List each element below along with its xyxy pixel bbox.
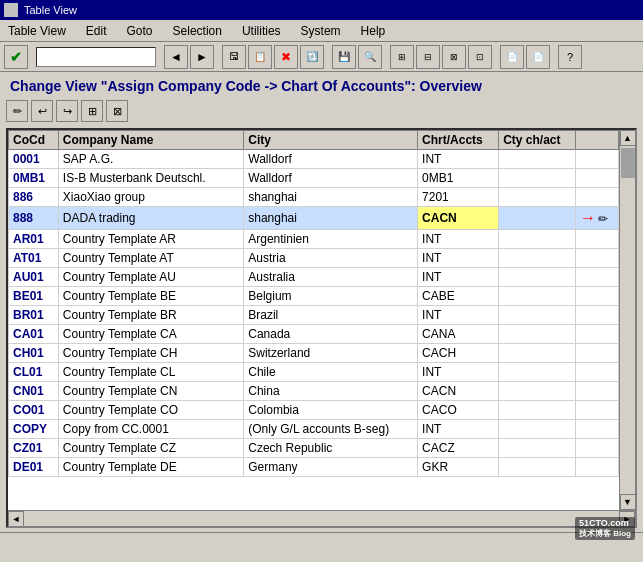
redo-icon: ↪ (63, 105, 72, 118)
title-bar: Table View (0, 0, 643, 20)
menu-system[interactable]: System (297, 22, 345, 40)
btn1[interactable]: 🖫 (222, 45, 246, 69)
cell-chrt: INT (418, 249, 499, 268)
cell-cty (499, 287, 576, 306)
cell-arrow (576, 150, 619, 169)
btn8[interactable]: ⊟ (416, 45, 440, 69)
cell-city: Czech Republic (244, 439, 418, 458)
scroll-down-button[interactable]: ▼ (620, 494, 636, 510)
cell-name: Country Template CO (58, 401, 243, 420)
table-row[interactable]: AT01Country Template ATAustriaINT (9, 249, 619, 268)
table-row[interactable]: 888DADA tradingshanghaiCACN→✏ (9, 207, 619, 230)
pencil-icon: ✏ (13, 105, 22, 118)
nav-forward-button[interactable]: ► (190, 45, 214, 69)
cell-chrt: CABE (418, 287, 499, 306)
cell-cty (499, 363, 576, 382)
table-row[interactable]: AR01Country Template ARArgentinienINT (9, 230, 619, 249)
title-bar-text: Table View (24, 4, 77, 16)
sec-btn5[interactable]: ⊠ (106, 100, 128, 122)
btn6[interactable]: 🔍 (358, 45, 382, 69)
cell-chrt: INT (418, 268, 499, 287)
cell-chrt: CACN (418, 207, 499, 230)
cell-cocd: DE01 (9, 458, 59, 477)
cell-cty (499, 230, 576, 249)
table-row[interactable]: DE01Country Template DEGermanyGKR (9, 458, 619, 477)
cell-arrow (576, 169, 619, 188)
cell-city: Walldorf (244, 150, 418, 169)
cell-city: Austria (244, 249, 418, 268)
table-row[interactable]: AU01Country Template AUAustraliaINT (9, 268, 619, 287)
cell-cty (499, 420, 576, 439)
cell-city: shanghai (244, 188, 418, 207)
sec-btn4[interactable]: ⊞ (81, 100, 103, 122)
scroll-h-track (24, 511, 619, 526)
cell-chrt: INT (418, 230, 499, 249)
menu-utilities[interactable]: Utilities (238, 22, 285, 40)
nav-back-icon: ◄ (170, 50, 182, 64)
page-title: Change View "Assign Company Code -> Char… (0, 72, 643, 98)
table-row[interactable]: CH01Country Template CHSwitzerlandCACH (9, 344, 619, 363)
redo-button[interactable]: ↪ (56, 100, 78, 122)
cell-arrow (576, 268, 619, 287)
table-row[interactable]: 0001SAP A.G.WalldorfINT (9, 150, 619, 169)
cell-city: Switzerland (244, 344, 418, 363)
cell-name: Country Template CL (58, 363, 243, 382)
checkmark-icon: ✔ (10, 49, 22, 65)
btn12[interactable]: 📄 (526, 45, 550, 69)
table-row[interactable]: COPYCopy from CC.0001(Only G/L accounts … (9, 420, 619, 439)
cell-city: Canada (244, 325, 418, 344)
help-button[interactable]: ? (558, 45, 582, 69)
col-header-name: Company Name (58, 131, 243, 150)
cell-name: Copy from CC.0001 (58, 420, 243, 439)
cell-cocd: AR01 (9, 230, 59, 249)
cell-name: Country Template CA (58, 325, 243, 344)
vertical-scrollbar[interactable]: ▲ ▼ (619, 130, 635, 510)
menu-table-view[interactable]: Table View (4, 22, 70, 40)
command-input[interactable] (36, 47, 156, 67)
btn9[interactable]: ⊠ (442, 45, 466, 69)
table-row[interactable]: BE01Country Template BEBelgiumCABE (9, 287, 619, 306)
scroll-left-button[interactable]: ◄ (8, 511, 24, 527)
table-row[interactable]: CN01Country Template CNChinaCACN (9, 382, 619, 401)
pencil-button[interactable]: ✏ (6, 100, 28, 122)
cell-name: IS-B Musterbank Deutschl. (58, 169, 243, 188)
cell-cocd: 0MB1 (9, 169, 59, 188)
cell-city: China (244, 382, 418, 401)
table-row[interactable]: CL01Country Template CLChileINT (9, 363, 619, 382)
table-row[interactable]: 886XiaoXiao groupshanghai7201 (9, 188, 619, 207)
scroll-up-button[interactable]: ▲ (620, 130, 636, 146)
watermark: 51CTO.com技术博客 Blog (575, 517, 635, 540)
horizontal-scrollbar[interactable]: ◄ ► (8, 510, 635, 526)
btn11[interactable]: 📄 (500, 45, 524, 69)
sec-icon5: ⊠ (113, 105, 122, 118)
btn4[interactable]: 🔃 (300, 45, 324, 69)
cell-cocd: BR01 (9, 306, 59, 325)
btn3[interactable]: ✖ (274, 45, 298, 69)
table-row[interactable]: 0MB1IS-B Musterbank Deutschl.Walldorf0MB… (9, 169, 619, 188)
cell-arrow (576, 439, 619, 458)
btn5[interactable]: 💾 (332, 45, 356, 69)
menu-edit[interactable]: Edit (82, 22, 111, 40)
btn7[interactable]: ⊞ (390, 45, 414, 69)
cell-cty (499, 382, 576, 401)
btn2[interactable]: 📋 (248, 45, 272, 69)
cell-cty (499, 401, 576, 420)
cell-cocd: CN01 (9, 382, 59, 401)
cell-chrt: CANA (418, 325, 499, 344)
cell-cocd: COPY (9, 420, 59, 439)
cell-cty (499, 150, 576, 169)
cell-name: Country Template CZ (58, 439, 243, 458)
btn10[interactable]: ⊡ (468, 45, 492, 69)
menu-selection[interactable]: Selection (169, 22, 226, 40)
undo-button[interactable]: ↩ (31, 100, 53, 122)
table-row[interactable]: CA01Country Template CACanadaCANA (9, 325, 619, 344)
nav-back-button[interactable]: ◄ (164, 45, 188, 69)
table-row[interactable]: CZ01Country Template CZCzech RepublicCAC… (9, 439, 619, 458)
menu-goto[interactable]: Goto (123, 22, 157, 40)
checkmark-button[interactable]: ✔ (4, 45, 28, 69)
table-row[interactable]: CO01Country Template COColombiaCACO (9, 401, 619, 420)
menu-help[interactable]: Help (357, 22, 390, 40)
cell-name: Country Template AU (58, 268, 243, 287)
scroll-thumb[interactable] (621, 148, 635, 178)
table-row[interactable]: BR01Country Template BRBrazilINT (9, 306, 619, 325)
